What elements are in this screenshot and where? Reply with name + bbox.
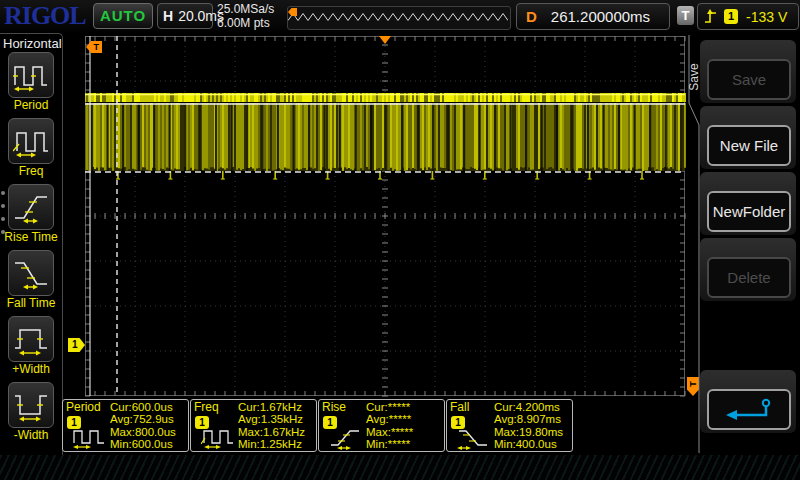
channel1-level-marker[interactable]: 1 <box>68 338 85 352</box>
menu-item-rise-time[interactable]: Rise Time <box>0 184 62 250</box>
measurement-name: Period <box>66 400 101 414</box>
menu-item-freq[interactable]: Freq <box>0 118 62 184</box>
freq-icon <box>201 427 235 451</box>
freq-waveform-icon <box>13 124 49 158</box>
menu-item-period[interactable]: Period <box>0 52 62 118</box>
delay-value: 261.200000ms <box>551 8 650 25</box>
measurement-rise: Rise 1 Cur:***** Avg:***** Max:***** Min… <box>318 399 445 452</box>
horizontal-scale-box: H 20.0ms <box>157 3 213 29</box>
left-soft-menu: Horizontal Period Freq Rise Time <box>0 33 63 455</box>
menu-item-label: +Width <box>12 362 50 376</box>
new-file-button-label: New File <box>707 125 791 166</box>
right-soft-menu: Save New File NewFolder Delete <box>700 40 796 436</box>
menu-item-label: Period <box>14 98 49 112</box>
trigger-center-marker[interactable] <box>379 36 391 44</box>
scope-display <box>85 36 686 397</box>
measurement-period: Period 1 Cur:600.0us Avg:752.9us Max:800… <box>62 399 189 452</box>
fall-icon <box>457 427 491 451</box>
menu-item-neg-width[interactable]: -Width <box>0 382 62 448</box>
measurement-fall: Fall 1 Cur:4.200ms Avg:8.907ms Max:19.80… <box>446 399 573 452</box>
measurement-values: Cur:1.67kHz Avg:1.35kHz Max:1.67kHz Min:… <box>238 401 305 451</box>
h-label: H <box>163 8 173 24</box>
overview-waveform <box>288 7 508 27</box>
trigger-channel-badge: 1 <box>724 9 738 24</box>
period-waveform-icon <box>13 58 49 92</box>
delete-button[interactable]: Delete <box>700 238 796 301</box>
new-folder-button[interactable]: NewFolder <box>700 172 796 235</box>
back-button[interactable] <box>700 370 796 433</box>
trigger-level-value: -133 V <box>746 9 787 25</box>
pos-width-waveform-icon <box>13 322 49 356</box>
measurement-name: Fall <box>450 400 469 414</box>
d-label: D <box>526 8 537 25</box>
channel-status-bar: 1 19.4 V 2 5.00 V <box>0 455 800 480</box>
measurement-values: Cur:600.0us Avg:752.9us Max:800.0us Min:… <box>110 401 176 451</box>
measurement-freq: Freq 1 Cur:1.67kHz Avg:1.35kHz Max:1.67k… <box>190 399 317 452</box>
acquisition-info: 25.0MSa/s 6.00M pts <box>217 2 274 30</box>
new-folder-button-label: NewFolder <box>707 191 791 232</box>
menu-tab-label: Save <box>687 57 701 97</box>
delay-box: D 261.200000ms <box>516 3 670 30</box>
return-arrow-icon <box>721 397 777 423</box>
run-status-badge: AUTO <box>93 3 153 29</box>
menu-item-label: -Width <box>14 428 49 442</box>
menu-item-label: Fall Time <box>7 296 56 310</box>
measurement-values: Cur:***** Avg:***** Max:***** Min:***** <box>366 401 413 451</box>
memory-depth: 6.00M pts <box>217 16 274 30</box>
menu-page-dots <box>1 191 7 243</box>
measurement-name: Freq <box>194 400 219 414</box>
rising-edge-icon <box>704 8 718 26</box>
sample-rate: 25.0MSa/s <box>217 2 274 16</box>
waveform-overview-strip[interactable] <box>287 6 511 30</box>
rise-waveform-icon <box>13 190 49 224</box>
trigger-status-box: 1 -133 V <box>697 3 799 30</box>
menu-item-fall-time[interactable]: Fall Time <box>0 250 62 316</box>
trigger-label-badge: T <box>677 6 694 25</box>
save-button[interactable]: Save <box>700 40 796 103</box>
menu-item-pos-width[interactable]: +Width <box>0 316 62 382</box>
rise-icon <box>329 427 363 451</box>
menu-title: Horizontal <box>0 34 62 52</box>
save-button-label: Save <box>707 59 791 100</box>
measurement-values: Cur:4.200ms Avg:8.907ms Max:19.80ms Min:… <box>494 401 563 451</box>
period-icon <box>73 427 107 451</box>
menu-item-label: Rise Time <box>4 230 57 244</box>
fall-waveform-icon <box>13 256 49 290</box>
rigol-logo: RIGOL <box>4 1 86 31</box>
menu-item-label: Freq <box>19 164 44 178</box>
new-file-button[interactable]: New File <box>700 106 796 169</box>
neg-width-waveform-icon <box>13 388 49 422</box>
delete-button-label: Delete <box>707 257 791 298</box>
top-status-bar: RIGOL AUTO H 20.0ms 25.0MSa/s 6.00M pts … <box>0 0 800 32</box>
measurement-name: Rise <box>322 400 346 414</box>
